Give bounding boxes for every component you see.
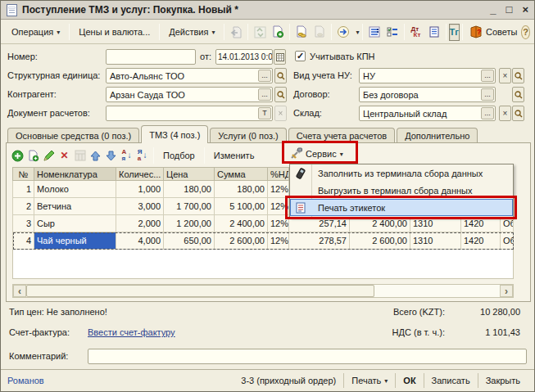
- cell[interactable]: 1,000: [116, 181, 164, 198]
- tab-settlement-accounts[interactable]: Счета учета расчетов: [288, 128, 395, 143]
- cell[interactable]: 12%: [268, 232, 289, 250]
- cell[interactable]: 12%: [268, 215, 289, 232]
- warehouse-input[interactable]: Центральный склад ...: [359, 106, 496, 121]
- tab-tmz[interactable]: ТМЗ (4 поз.): [141, 125, 208, 143]
- open-button[interactable]: [512, 87, 524, 102]
- actions-menu-button[interactable]: Действия ▾: [162, 23, 221, 41]
- scrollbar-track[interactable]: [374, 285, 500, 297]
- open-button[interactable]: [274, 87, 287, 102]
- tenge-accounting-toggle[interactable]: Тг: [449, 24, 460, 41]
- open-button[interactable]: [512, 106, 524, 121]
- cell[interactable]: 1310: [410, 232, 461, 250]
- cell[interactable]: 5 100,00: [215, 198, 268, 215]
- scroll-left-icon[interactable]: ‹: [13, 285, 26, 297]
- choose-button[interactable]: ...: [481, 107, 494, 119]
- delete-row-button[interactable]: ✕: [57, 148, 71, 163]
- edit-row-button[interactable]: [42, 148, 56, 163]
- clear-button[interactable]: ×: [499, 106, 511, 121]
- chevron-down-icon[interactable]: ▾: [356, 29, 359, 36]
- menu-item-fill-from-terminal[interactable]: Заполнить из терминала сбора данных: [290, 164, 513, 182]
- choose-button[interactable]: ...: [481, 70, 494, 82]
- cell[interactable]: 1420: [461, 232, 501, 250]
- close-button[interactable]: ×: [522, 4, 528, 16]
- cell[interactable]: 2,000: [116, 215, 164, 232]
- copy-document-icon[interactable]: [270, 24, 286, 40]
- cell[interactable]: Сыр: [34, 215, 116, 232]
- col-header-vat-rate[interactable]: %НД: [268, 168, 289, 181]
- add-row-button[interactable]: [11, 148, 25, 163]
- cell[interactable]: Ветчина: [34, 198, 116, 215]
- horizontal-scrollbar[interactable]: ‹ ›: [12, 284, 514, 298]
- clear-button[interactable]: ×: [499, 68, 511, 83]
- tab-services[interactable]: Услуги (0 поз.): [210, 128, 286, 143]
- col-header-num[interactable]: №: [13, 168, 34, 181]
- table-row-selected[interactable]: 4 Чай черный 4,000 650,00 2 600,00 12% 2…: [13, 232, 514, 250]
- help-button[interactable]: ?: [521, 25, 530, 39]
- save-button[interactable]: Записать: [424, 373, 478, 388]
- copy-row-button[interactable]: [26, 148, 40, 163]
- move-up-button[interactable]: [88, 148, 102, 163]
- document-report-icon[interactable]: [426, 24, 442, 40]
- list-settings-icon[interactable]: [366, 24, 383, 40]
- post-document-icon[interactable]: [293, 24, 310, 40]
- choose-button[interactable]: ...: [258, 88, 271, 101]
- calendar-button[interactable]: [274, 49, 286, 65]
- cell[interactable]: 1: [13, 181, 34, 198]
- cell[interactable]: 2 600,00: [350, 232, 410, 250]
- cell[interactable]: 3,000: [116, 198, 164, 215]
- settlement-doc-input[interactable]: T: [106, 106, 273, 121]
- cell[interactable]: 1 700,00: [164, 198, 215, 215]
- pick-button[interactable]: Подбор: [156, 147, 202, 164]
- cell[interactable]: Обл: [501, 232, 514, 250]
- col-header-sum[interactable]: Сумма: [215, 168, 268, 181]
- open-button[interactable]: [274, 68, 287, 83]
- menu-item-print-labels[interactable]: Печать этикеток: [290, 199, 513, 216]
- menu-item-unload-to-terminal[interactable]: Выгрузить в терминал сбора данных: [290, 182, 513, 199]
- choose-button[interactable]: ...: [481, 88, 494, 101]
- cell[interactable]: 4,000: [116, 232, 164, 250]
- counterparty-input[interactable]: Арзан Сауда ТОО ...: [106, 87, 273, 102]
- cell[interactable]: 1 200,00: [164, 215, 215, 232]
- checklist-icon[interactable]: [384, 24, 401, 40]
- tab-fixed-assets[interactable]: Основные средства (0 поз.): [7, 128, 139, 143]
- service-menu-button[interactable]: Сервис ▾: [286, 145, 347, 163]
- cell[interactable]: Молоко: [34, 181, 116, 198]
- maximize-button[interactable]: □: [506, 4, 513, 16]
- scroll-right-icon[interactable]: ›: [500, 285, 513, 297]
- date-input[interactable]: 14.01.2013 0:00:00: [215, 49, 273, 65]
- cell[interactable]: 12%: [268, 198, 289, 215]
- cell-selected[interactable]: Чай черный: [34, 232, 116, 250]
- go-to-icon[interactable]: [335, 24, 351, 40]
- number-input[interactable]: [106, 49, 196, 65]
- kpn-checkbox[interactable]: [295, 51, 306, 61]
- text-edit-button[interactable]: T: [258, 107, 271, 119]
- prices-currency-button[interactable]: Цены и валюта...: [72, 23, 156, 41]
- open-button[interactable]: [512, 68, 524, 83]
- responsible-user-link[interactable]: Романов: [7, 376, 44, 385]
- minimize-button[interactable]: _: [490, 4, 496, 16]
- change-button[interactable]: Изменить: [207, 147, 261, 164]
- cell[interactable]: 180,00: [215, 181, 268, 198]
- cell[interactable]: 650,00: [164, 232, 215, 250]
- close-form-button[interactable]: Закрыть: [478, 373, 528, 388]
- sort-descending-button[interactable]: Яа↓: [135, 148, 149, 163]
- col-header-quantity[interactable]: Количес...: [116, 168, 164, 181]
- operation-menu-button[interactable]: Операция ▾: [5, 23, 66, 41]
- cell[interactable]: 2 600,00: [215, 232, 268, 250]
- comment-input[interactable]: [88, 349, 527, 364]
- cell[interactable]: 4: [13, 232, 34, 250]
- enter-invoice-link[interactable]: Ввести счет-фактуру: [88, 327, 175, 337]
- choose-button[interactable]: ...: [258, 70, 271, 82]
- col-header-price[interactable]: Цена: [164, 168, 215, 181]
- sort-ascending-button[interactable]: Ая↓: [120, 148, 134, 163]
- move-down-button[interactable]: [104, 148, 118, 163]
- col-header-nomenclature[interactable]: Номенклатура: [34, 168, 116, 181]
- cell[interactable]: 2 400,00: [215, 215, 268, 232]
- contract-input[interactable]: Без договора ...: [359, 87, 496, 102]
- nu-input[interactable]: НУ ...: [359, 68, 496, 83]
- tab-additional[interactable]: Дополнительно: [397, 128, 478, 143]
- dtkt-postings-icon[interactable]: ДтКт: [408, 24, 424, 40]
- cell[interactable]: 12%: [268, 181, 289, 198]
- ok-button[interactable]: ОК: [395, 373, 423, 388]
- cell[interactable]: 180,00: [164, 181, 215, 198]
